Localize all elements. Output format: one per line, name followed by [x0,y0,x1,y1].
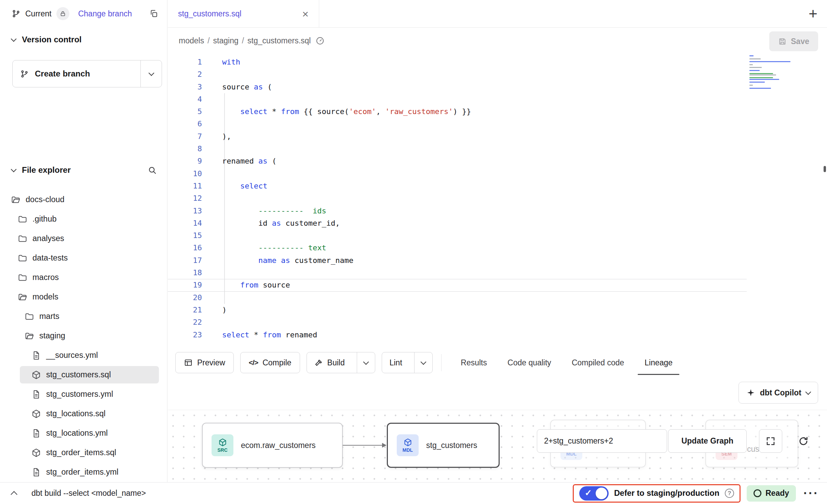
create-branch-label: Create branch [35,69,90,79]
file-tree-item-marts[interactable]: marts [0,307,167,326]
line-number: 2 [168,68,202,81]
file-tree-item-stg-customers-yml[interactable]: stg_customers.yml [0,384,167,404]
preview-button[interactable]: Preview [175,352,234,373]
code-editor[interactable]: 1with23source as (45 select * from {{ so… [168,53,827,348]
chevron-up-icon[interactable] [11,491,17,498]
code-line[interactable]: 9renamed as ( [168,155,827,167]
new-tab-button[interactable]: + [809,5,817,22]
file-tree-item-docs-cloud[interactable]: docs-cloud [0,190,167,209]
code-line[interactable]: 16 ---------- text [168,242,827,254]
code-line[interactable]: 11 select [168,180,827,192]
file-tree-item-stg-order-items-sql[interactable]: stg_order_items.sql [0,443,167,462]
node-label: cus [747,438,759,460]
build-button[interactable]: Build [307,352,352,373]
lineage-selector-input[interactable] [537,429,667,453]
update-graph-button[interactable]: Update Graph [668,429,747,453]
chevron-down-icon[interactable] [11,36,17,42]
build-dropdown[interactable] [357,352,375,373]
results-tab-lineage[interactable]: Lineage [634,348,683,378]
create-branch-dropdown[interactable] [140,60,162,87]
compile-button[interactable]: </> Compile [240,352,300,373]
copy-icon[interactable] [149,9,158,18]
line-number: 1 [168,56,202,68]
scrollbar-thumb[interactable] [824,166,826,172]
command-input[interactable]: dbt build --select <model_name> [31,489,146,498]
code-line[interactable]: 1with [168,56,827,68]
toolbar-divider [441,354,442,371]
defer-toggle[interactable]: ✓ [579,486,609,501]
file-tree-item-staging[interactable]: staging [0,326,167,346]
file-name: models [32,292,58,302]
file-icon [31,467,41,477]
line-text [202,229,222,242]
code-line[interactable]: 23select * from renamed [168,329,827,341]
file-tree-item--sources-yml[interactable]: __sources.yml [0,346,167,365]
code-line[interactable]: 4 [168,93,827,106]
help-icon[interactable]: ? [725,489,734,498]
code-line[interactable]: 7), [168,130,827,143]
file-tree-item-models[interactable]: models [0,287,167,307]
tab-stg-customers-sql[interactable]: stg_customers.sql × [168,0,319,28]
refresh-button[interactable] [792,429,815,453]
file-tree-item-macros[interactable]: macros [0,268,167,287]
save-button[interactable]: Save [769,31,818,51]
code-line[interactable]: 20 [168,292,827,304]
file-tree-item-stg-locations-sql[interactable]: stg_locations.sql [0,404,167,423]
line-number: 5 [168,106,202,118]
code-line[interactable]: 10 [168,168,827,180]
chevron-down-icon [148,70,154,76]
code-line[interactable]: 15 [168,229,827,242]
file-tree-item-data-tests[interactable]: data-tests [0,248,167,268]
close-icon[interactable]: × [302,9,309,19]
chevron-down-icon[interactable] [11,167,17,172]
search-icon[interactable] [148,166,157,175]
change-branch-link[interactable]: Change branch [78,9,132,18]
code-line[interactable]: 3source as ( [168,81,827,93]
editor-tab-bar: stg_customers.sql × + [168,0,827,28]
results-tab-code-quality[interactable]: Code quality [497,348,561,378]
file-name: __sources.yml [46,351,98,360]
lint-dropdown[interactable] [414,352,432,373]
line-text: ---------- text [202,242,326,254]
lineage-node-source[interactable]: SRC ecom.raw_customers [202,423,343,468]
code-line[interactable]: 13 ---------- ids [168,205,827,217]
code-lines: 1with23source as (45 select * from {{ so… [168,56,827,341]
lint-button[interactable]: Lint [382,352,410,373]
code-line[interactable]: 22 [168,316,827,328]
line-number: 20 [168,292,202,304]
main-panel: stg_customers.sql × + models/staging/stg… [168,0,827,482]
lineage-node-stg-customers[interactable]: MDL stg_customers [387,423,500,468]
line-text: with [202,56,240,68]
code-line[interactable]: 12 [168,192,827,205]
code-line[interactable]: 8 [168,143,827,155]
copilot-row: dbt Copilot [168,378,827,410]
dbt-copilot-button[interactable]: dbt Copilot [738,382,818,404]
folder-icon [25,312,34,321]
model-icon [31,409,41,419]
code-line[interactable]: 18 [168,267,827,279]
line-number: 16 [168,242,202,254]
code-line[interactable]: 5 select * from {{ source('ecom', 'raw_c… [168,106,827,118]
refresh-icon [798,436,809,447]
gauge-icon[interactable] [315,36,325,45]
fullscreen-button[interactable] [759,429,782,453]
editor-minimap[interactable] [749,55,795,89]
results-tab-compiled-code[interactable]: Compiled code [561,348,634,378]
code-line[interactable]: 2 [168,68,827,81]
code-line[interactable]: 19 from source [168,279,827,291]
create-branch-button[interactable]: Create branch [12,60,162,87]
version-control-title: Version control [22,35,82,44]
file-tree-item-stg-locations-yml[interactable]: stg_locations.yml [0,423,167,443]
lineage-canvas[interactable]: SRC ecom.raw_customers MDL stg_customers [168,410,827,482]
results-tab-results[interactable]: Results [450,348,497,378]
file-tree-item-stg-order-items-yml[interactable]: stg_order_items.yml [0,462,167,482]
code-line[interactable]: 21) [168,304,827,316]
code-line[interactable]: 14 id as customer_id, [168,217,827,229]
file-tree-item--github[interactable]: .github [0,209,167,229]
code-line[interactable]: 17 name as customer_name [168,254,827,267]
file-tree-item-analyses[interactable]: analyses [0,229,167,248]
file-tree-item-stg-customers-sql[interactable]: stg_customers.sql [0,365,167,384]
code-line[interactable]: 6 [168,118,827,130]
save-icon [778,37,787,46]
line-number: 9 [168,155,202,167]
